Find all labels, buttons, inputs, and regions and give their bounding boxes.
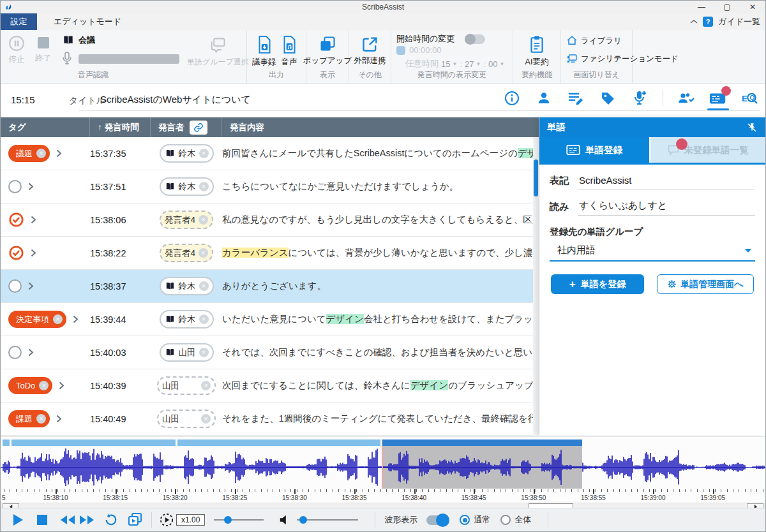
info-icon[interactable] bbox=[503, 89, 521, 108]
utterance-text[interactable]: カラーバランスについては、背景が少し薄いかなと思いますので、少し濃くしていただ bbox=[222, 247, 539, 259]
word-management-button[interactable]: 単語管理画面へ bbox=[657, 274, 754, 294]
expand-chevron-icon[interactable] bbox=[28, 348, 34, 357]
minimize-button[interactable]: — bbox=[689, 1, 714, 13]
replay-button[interactable] bbox=[101, 511, 121, 529]
header-speaker[interactable]: 発言者 bbox=[151, 117, 222, 137]
utterance-text[interactable]: 私の意見なのですが、もう少し見出しの文字を大きくしてもらえると、区別がつきや bbox=[222, 214, 539, 226]
notation-input[interactable]: ScribeAssist bbox=[578, 175, 755, 189]
table-scrollbar-thumb[interactable] bbox=[534, 159, 538, 196]
end-button[interactable]: 終了 bbox=[35, 35, 51, 64]
remove-speaker-icon[interactable]: × bbox=[199, 348, 209, 357]
unpin-icon[interactable] bbox=[746, 122, 758, 133]
utterance-text[interactable]: それでは、次回までにすべきことの確認、および担当者を決めたいと思います。 bbox=[222, 346, 539, 358]
utterance-text[interactable]: こちらについてなにかご意見いただけますでしょうか。 bbox=[222, 181, 539, 193]
word-card-icon[interactable] bbox=[709, 89, 727, 108]
remove-speaker-icon[interactable]: × bbox=[199, 281, 209, 291]
table-row[interactable]: 15:38:06発言者4×私の意見なのですが、もう少し見出しの文字を大きくしても… bbox=[1, 203, 539, 237]
utterance-text[interactable]: それをまた、1週間後のミーティングにて発表していただき、最終確認を行いたいと思 bbox=[222, 413, 539, 425]
register-word-button[interactable]: +単語を登録 bbox=[551, 274, 644, 294]
expand-chevron-icon[interactable] bbox=[56, 149, 62, 158]
ai-summary-button[interactable]: AI要約 bbox=[513, 35, 560, 68]
library-button[interactable]: ライブラリ bbox=[566, 35, 622, 47]
search-icon[interactable]: EQ bbox=[741, 89, 759, 108]
table-row[interactable]: ToDo×15:40:39山田×次回までにすることに関しては、鈴木さんにデザイン… bbox=[1, 369, 539, 403]
speaker-pill[interactable]: 鈴木× bbox=[160, 177, 214, 196]
word-group-select-button[interactable]: 単語グループ選択 bbox=[187, 36, 249, 68]
tag-pill[interactable]: ToDo× bbox=[8, 377, 52, 394]
expand-chevron-icon[interactable] bbox=[59, 381, 64, 390]
header-content[interactable]: 発言内容 bbox=[222, 117, 539, 137]
remove-speaker-icon[interactable]: × bbox=[199, 149, 209, 158]
table-row[interactable]: 15:37:51鈴木×こちらについてなにかご意見いただけますでしょうか。 bbox=[1, 170, 539, 203]
expand-chevron-icon[interactable] bbox=[56, 415, 62, 423]
fast-forward-button[interactable] bbox=[77, 511, 96, 529]
remove-tag-icon[interactable]: × bbox=[36, 149, 46, 158]
speaker-pill[interactable]: 発言者4× bbox=[160, 244, 213, 262]
tag-pill[interactable]: 決定事項× bbox=[8, 311, 66, 328]
word-group-select[interactable]: 社内用語 bbox=[550, 244, 755, 262]
play-button[interactable] bbox=[8, 511, 27, 529]
external-link-button[interactable]: 外部連携 bbox=[349, 35, 391, 66]
header-tag[interactable]: タグ bbox=[1, 117, 90, 137]
mic-add-icon[interactable] bbox=[631, 89, 649, 108]
remove-speaker-icon[interactable]: × bbox=[199, 182, 209, 191]
remove-speaker-icon[interactable]: × bbox=[199, 248, 208, 258]
reading-input[interactable]: すくらいぶあしすと bbox=[578, 200, 755, 216]
radio-normal[interactable]: 通常 bbox=[460, 514, 490, 526]
speed-value[interactable]: x1.00 bbox=[176, 514, 205, 526]
facilitation-mode-button[interactable]: ファシリテーションモード bbox=[566, 53, 679, 64]
speaker-pill[interactable]: 山田× bbox=[157, 376, 216, 395]
empty-circle-icon[interactable] bbox=[8, 346, 22, 359]
table-row[interactable]: 15:40:03山田×それでは、次回までにすべきことの確認、および担当者を決めた… bbox=[1, 336, 539, 369]
remove-tag-icon[interactable]: × bbox=[39, 381, 49, 390]
expand-chevron-icon[interactable] bbox=[28, 282, 34, 290]
utterance-text[interactable]: いただいた意見についてデザイン会社と打ち合わせを設けて、またブラッシュアップし bbox=[222, 313, 539, 325]
close-button[interactable]: ✕ bbox=[740, 1, 765, 13]
speaker-icon[interactable] bbox=[535, 89, 553, 108]
tab-unregistered-words[interactable]: 未登録単語一覧 bbox=[650, 137, 765, 163]
table-row[interactable]: 議題×15:37:35鈴木×前回皆さんにメールで共有したScribeAssist… bbox=[1, 137, 539, 170]
remove-tag-icon[interactable]: × bbox=[36, 414, 46, 424]
speed-slider[interactable] bbox=[214, 519, 264, 521]
speaker-pill[interactable]: 鈴木× bbox=[160, 277, 214, 295]
start-time-toggle[interactable] bbox=[465, 34, 485, 44]
help-icon[interactable]: ? bbox=[703, 17, 713, 27]
audio-waveform[interactable] bbox=[1, 446, 766, 489]
tab-word-register[interactable]: 単語登録 bbox=[539, 137, 649, 163]
expand-chevron-icon[interactable] bbox=[31, 249, 36, 257]
remove-tag-icon[interactable]: × bbox=[53, 314, 63, 324]
utterance-text[interactable]: ありがとうございます。 bbox=[222, 280, 539, 292]
popup-button[interactable]: ポップアップ bbox=[306, 35, 349, 66]
table-scrollbar[interactable] bbox=[533, 137, 539, 436]
expand-chevron-icon[interactable] bbox=[73, 315, 79, 323]
tab-settings[interactable]: 設定 bbox=[1, 13, 37, 30]
speaker-check-icon[interactable] bbox=[677, 89, 695, 108]
pause-button[interactable]: 停止 bbox=[8, 35, 25, 65]
continuous-play-button[interactable] bbox=[126, 511, 145, 529]
speaker-pill[interactable]: 鈴木× bbox=[160, 310, 214, 329]
expand-chevron-icon[interactable] bbox=[28, 182, 34, 191]
stop-button[interactable] bbox=[33, 511, 52, 529]
collapse-ribbon-icon[interactable] bbox=[690, 19, 698, 24]
radio-whole[interactable]: 全体 bbox=[500, 514, 531, 526]
speaker-pill[interactable]: 鈴木× bbox=[160, 144, 214, 163]
tag-pill[interactable]: 議題× bbox=[8, 145, 50, 162]
remove-speaker-icon[interactable]: × bbox=[201, 381, 211, 390]
waveform-display-toggle[interactable] bbox=[426, 515, 448, 525]
tag-pill[interactable]: 課題× bbox=[8, 410, 50, 427]
tab-edit-mode[interactable]: エディットモード bbox=[37, 13, 138, 30]
document-title-input[interactable] bbox=[100, 91, 502, 108]
speaker-pill[interactable]: 山田× bbox=[157, 410, 216, 428]
memo-edit-icon[interactable] bbox=[567, 89, 585, 108]
expand-chevron-icon[interactable] bbox=[31, 216, 36, 224]
speaker-pill[interactable]: 発言者4× bbox=[160, 211, 213, 229]
remove-speaker-icon[interactable]: × bbox=[201, 414, 211, 424]
remove-speaker-icon[interactable]: × bbox=[199, 215, 208, 225]
remove-speaker-icon[interactable]: × bbox=[199, 314, 209, 324]
table-row[interactable]: 課題×15:40:49山田×それをまた、1週間後のミーティングにて発表していただ… bbox=[1, 403, 539, 436]
link-speaker-button[interactable] bbox=[190, 121, 207, 135]
hour-dropdown[interactable]: 15▼ bbox=[441, 59, 457, 69]
table-row[interactable]: 決定事項×15:39:44鈴木×いただいた意見についてデザイン会社と打ち合わせを… bbox=[1, 303, 539, 336]
minutes-export-button[interactable]: 議事録 bbox=[252, 35, 276, 68]
utterance-text[interactable]: 前回皆さんにメールで共有したScribeAssistについてのホームページのデザ… bbox=[222, 147, 539, 159]
